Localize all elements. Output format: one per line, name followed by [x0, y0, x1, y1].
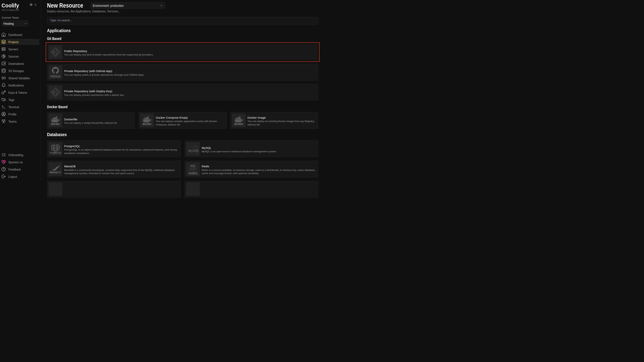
svg-text:redis: redis	[188, 171, 197, 175]
svg-text:MariaDB: MariaDB	[50, 171, 61, 174]
svg-text:PostgreSQL: PostgreSQL	[50, 151, 61, 154]
svg-text:docker: docker	[51, 122, 60, 126]
svg-text:GitHub: GitHub	[50, 75, 60, 78]
svg-text:docker: docker	[234, 122, 243, 126]
svg-text:MySQL: MySQL	[188, 149, 198, 153]
svg-text:docker: docker	[142, 122, 152, 126]
